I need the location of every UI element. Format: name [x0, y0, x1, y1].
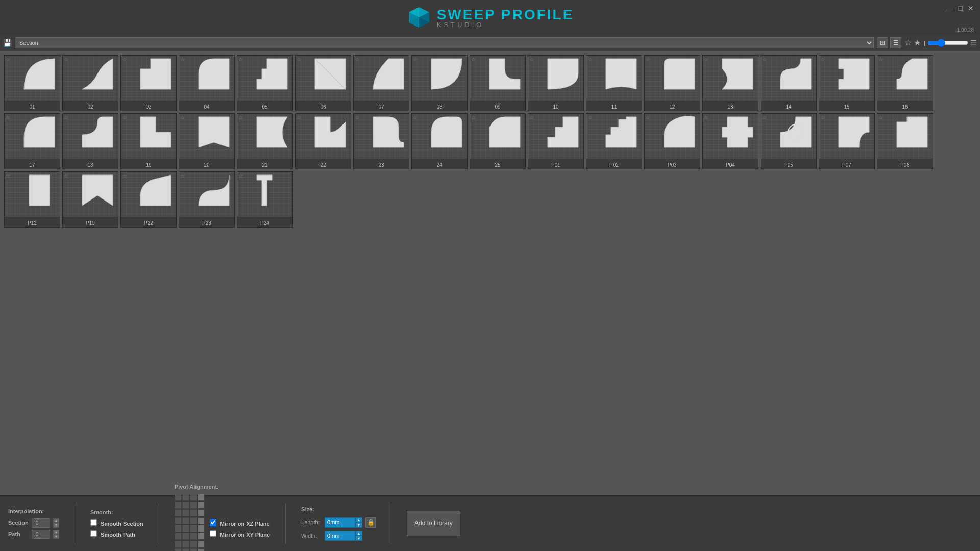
length-spin-down[interactable]: ▼ — [355, 522, 362, 528]
star-full-icon[interactable]: ★ — [914, 38, 921, 47]
lock-button[interactable]: 🔒 — [365, 517, 376, 528]
star-17[interactable]: ☆ — [6, 115, 10, 120]
star-P07[interactable]: ☆ — [820, 115, 825, 120]
star-09[interactable]: ☆ — [471, 57, 476, 62]
pivot-cell-2-tr[interactable] — [190, 517, 197, 524]
profile-thumb-09[interactable]: ☆ 09 — [470, 55, 526, 111]
profile-thumb-P05[interactable]: ☆ P05 — [761, 113, 817, 169]
pivot-cell-3-mr[interactable] — [190, 548, 197, 551]
pivot-cell-3-t4[interactable] — [198, 541, 205, 548]
profile-thumb-22[interactable]: ☆ 22 — [295, 113, 351, 169]
section-input[interactable] — [32, 518, 50, 528]
smooth-path-checkbox[interactable] — [90, 530, 97, 537]
path-spin-up[interactable]: ▲ — [53, 530, 59, 534]
star-23[interactable]: ☆ — [355, 115, 359, 120]
star-21[interactable]: ☆ — [238, 115, 243, 120]
star-19[interactable]: ☆ — [122, 115, 127, 120]
profile-thumb-03[interactable]: ☆ 03 — [120, 55, 177, 111]
pivot-cell-br[interactable] — [190, 509, 197, 516]
profile-thumb-P03[interactable]: ☆ P03 — [644, 113, 700, 169]
pivot-cell-2-bl[interactable] — [175, 533, 182, 540]
star-P19[interactable]: ☆ — [64, 173, 68, 179]
star-25[interactable]: ☆ — [471, 115, 476, 120]
profile-thumb-13[interactable]: ☆ 13 — [702, 55, 758, 111]
pivot-cell-tl[interactable] — [175, 494, 182, 501]
pivot-cell-2-bc[interactable] — [182, 533, 189, 540]
pivot-cell-b4[interactable] — [198, 509, 205, 516]
pivot-cell-2-tc[interactable] — [182, 517, 189, 524]
profile-thumb-14[interactable]: ☆ 14 — [761, 55, 817, 111]
profile-thumb-11[interactable]: ☆ 11 — [586, 55, 642, 111]
minimize-button[interactable]: — — [946, 4, 953, 12]
pivot-cell-m4[interactable] — [198, 502, 205, 509]
profile-thumb-P24[interactable]: ☆ P24 — [237, 171, 293, 228]
star-05[interactable]: ☆ — [238, 57, 243, 62]
star-15[interactable]: ☆ — [820, 57, 825, 62]
star-07[interactable]: ☆ — [355, 57, 359, 62]
profile-thumb-16[interactable]: ☆ 16 — [877, 55, 933, 111]
profile-thumb-P22[interactable]: ☆ P22 — [120, 171, 177, 228]
smooth-section-checkbox[interactable] — [90, 519, 97, 526]
star-14[interactable]: ☆ — [762, 57, 767, 62]
profile-thumb-25[interactable]: ☆ 25 — [470, 113, 526, 169]
profile-thumb-23[interactable]: ☆ 23 — [353, 113, 409, 169]
profile-thumb-04[interactable]: ☆ 04 — [179, 55, 235, 111]
star-P03[interactable]: ☆ — [646, 115, 650, 120]
zoom-slider[interactable] — [927, 39, 968, 47]
profile-thumb-18[interactable]: ☆ 18 — [62, 113, 118, 169]
width-spin-down[interactable]: ▼ — [355, 536, 362, 541]
length-spin-up[interactable]: ▲ — [355, 517, 362, 522]
star-P01[interactable]: ☆ — [529, 115, 534, 120]
profile-thumb-P08[interactable]: ☆ P08 — [877, 113, 933, 169]
pivot-cell-3-ml[interactable] — [175, 548, 182, 551]
pivot-cell-3-tr[interactable] — [190, 541, 197, 548]
pivot-cell-tr[interactable] — [190, 494, 197, 501]
pivot-cell-2-b4[interactable] — [198, 533, 205, 540]
section-spin-down[interactable]: ▼ — [53, 523, 59, 528]
close-button[interactable]: ✕ — [968, 4, 974, 12]
pivot-cell-2-t4[interactable] — [198, 517, 205, 524]
mirror-xz-checkbox[interactable] — [210, 519, 216, 526]
star-13[interactable]: ☆ — [704, 57, 708, 62]
profile-thumb-12[interactable]: ☆ 12 — [644, 55, 700, 111]
pivot-cell-bl[interactable] — [175, 509, 182, 516]
pivot-cell-t4[interactable] — [198, 494, 205, 501]
star-03[interactable]: ☆ — [122, 57, 127, 62]
maximize-button[interactable]: □ — [959, 4, 963, 12]
star-P02[interactable]: ☆ — [587, 115, 592, 120]
profile-thumb-17[interactable]: ☆ 17 — [4, 113, 60, 169]
star-P08[interactable]: ☆ — [878, 115, 883, 120]
pivot-cell-3-tl[interactable] — [175, 541, 182, 548]
pivot-cell-2-mc[interactable] — [182, 525, 189, 532]
length-input[interactable] — [325, 517, 355, 528]
star-01[interactable]: ☆ — [6, 57, 10, 62]
star-empty-icon[interactable]: ☆ — [904, 38, 912, 47]
star-16[interactable]: ☆ — [878, 57, 883, 62]
pivot-cell-tc[interactable] — [182, 494, 189, 501]
profile-thumb-P23[interactable]: ☆ P23 — [179, 171, 235, 228]
add-to-library-button[interactable]: Add to Library — [407, 511, 460, 536]
pivot-cell-3-m4[interactable] — [198, 548, 205, 551]
star-11[interactable]: ☆ — [587, 57, 592, 62]
save-icon[interactable]: 💾 — [3, 39, 12, 47]
star-P04[interactable]: ☆ — [704, 115, 708, 120]
star-06[interactable]: ☆ — [297, 57, 301, 62]
section-dropdown[interactable]: Section — [15, 37, 874, 48]
star-18[interactable]: ☆ — [64, 115, 68, 120]
profile-thumb-24[interactable]: ☆ 24 — [411, 113, 468, 169]
star-08[interactable]: ☆ — [413, 57, 418, 62]
pivot-cell-mc[interactable] — [182, 502, 189, 509]
star-02[interactable]: ☆ — [64, 57, 68, 62]
pivot-cell-2-m4[interactable] — [198, 525, 205, 532]
grid-view-button[interactable]: ⊞ — [877, 37, 888, 48]
width-spin-up[interactable]: ▲ — [355, 531, 362, 536]
pivot-cell-bc[interactable] — [182, 509, 189, 516]
star-P22[interactable]: ☆ — [122, 173, 127, 179]
section-spin-up[interactable]: ▲ — [53, 518, 59, 523]
pivot-cell-2-ml[interactable] — [175, 525, 182, 532]
profile-thumb-21[interactable]: ☆ 21 — [237, 113, 293, 169]
star-P24[interactable]: ☆ — [238, 173, 243, 179]
star-P12[interactable]: ☆ — [6, 173, 10, 179]
star-P05[interactable]: ☆ — [762, 115, 767, 120]
profile-thumb-20[interactable]: ☆ 20 — [179, 113, 235, 169]
